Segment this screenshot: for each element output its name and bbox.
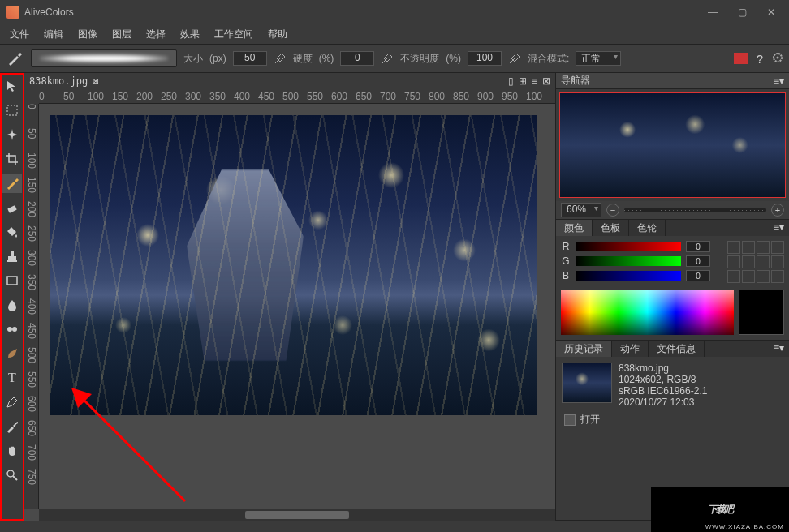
hardness-picker-icon[interactable] [381, 52, 394, 65]
fill-tool[interactable] [2, 222, 22, 242]
text-tool[interactable]: T [2, 368, 22, 388]
layout-icon-1[interactable]: ▯ [508, 75, 514, 87]
spectrum-picker[interactable] [561, 290, 734, 335]
minimize-button[interactable]: — [701, 4, 724, 20]
toolbar: T [0, 73, 24, 521]
menubar: 文件 编辑 图像 图层 选择 效果 工作空间 帮助 [0, 24, 789, 44]
zoom-dropdown[interactable]: 60% [561, 203, 601, 217]
eyedropper-tool[interactable] [2, 417, 22, 436]
brush-icon[interactable] [5, 49, 24, 68]
smudge-tool[interactable] [2, 344, 22, 363]
history-thumbnail [562, 363, 612, 403]
main-area: T 838kmo.jpg ⊠ ▯ ⊞ ≡ ⊠ 05010015020025030… [0, 73, 789, 521]
history-filename: 838kmo.jpg [619, 363, 707, 374]
svg-rect-2 [7, 105, 17, 115]
g-value[interactable]: 0 [686, 255, 710, 267]
tab-wheel[interactable]: 色轮 [629, 220, 666, 236]
b-value[interactable]: 0 [686, 270, 710, 281]
document-tabs: 838kmo.jpg ⊠ ▯ ⊞ ≡ ⊠ [24, 73, 555, 89]
menu-file[interactable]: 文件 [3, 26, 36, 43]
close-button[interactable]: ✕ [760, 4, 783, 20]
move-tool[interactable] [2, 76, 22, 96]
navigator-panel: 导航器 ≡▾ 60% − + [556, 73, 789, 220]
notification-icon[interactable] [734, 53, 748, 64]
tab-color[interactable]: 颜色 [556, 220, 593, 236]
menu-help[interactable]: 帮助 [261, 26, 294, 43]
b-label: B [561, 270, 571, 281]
layout-icon-4[interactable]: ⊠ [542, 75, 550, 87]
history-info: 838kmo.jpg 1024x602, RGB/8 sRGB IEC61966… [619, 363, 707, 408]
history-panel-menu-icon[interactable]: ≡▾ [769, 341, 789, 357]
color-panel: 颜色 色板 色轮 ≡▾ R0 G0 B0 [556, 220, 789, 341]
history-date: 2020/10/27 12:03 [619, 397, 707, 408]
pen-tool[interactable] [2, 393, 22, 412]
menu-select[interactable]: 选择 [140, 26, 172, 43]
canvas-workspace: 0501001502002503003504004505005506006507… [24, 89, 555, 521]
help-icon[interactable]: ? [757, 52, 763, 66]
g-slider[interactable] [576, 256, 681, 266]
stamp-tool[interactable] [2, 247, 22, 266]
blend-dropdown[interactable]: 正常 [576, 51, 621, 66]
zoom-tool[interactable] [2, 466, 22, 485]
zoom-out-button[interactable]: − [606, 204, 619, 217]
maximize-button[interactable]: ▢ [731, 4, 753, 20]
opacity-input[interactable]: 100 [468, 51, 502, 66]
b-slider[interactable] [576, 271, 681, 281]
tab-fileinfo[interactable]: 文件信息 [649, 341, 705, 357]
menu-effects[interactable]: 效果 [174, 26, 206, 43]
crop-tool[interactable] [2, 149, 22, 169]
canvas-viewport[interactable] [39, 104, 555, 509]
marquee-tool[interactable] [2, 101, 22, 120]
eraser-tool[interactable] [2, 198, 22, 217]
plugin-tool[interactable] [2, 320, 22, 339]
ruler-vertical: 0501001502002503003504004505005506006507… [24, 104, 39, 509]
brush-preview[interactable] [31, 49, 177, 67]
layout-icon-3[interactable]: ≡ [532, 75, 537, 87]
color-panel-menu-icon[interactable]: ≡▾ [769, 220, 789, 236]
app-icon [6, 6, 19, 19]
opacity-unit: (%) [446, 53, 461, 64]
shape-tool[interactable] [2, 271, 22, 290]
menu-workspace[interactable]: 工作空间 [208, 26, 260, 43]
history-step-open[interactable]: 打开 [559, 410, 786, 429]
panel-menu-icon[interactable]: ≡▾ [774, 75, 784, 87]
magic-wand-tool[interactable] [2, 125, 22, 144]
window-controls: — ▢ ✕ [701, 4, 783, 20]
hand-tool[interactable] [2, 441, 22, 461]
settings-icon[interactable] [771, 51, 784, 66]
svg-rect-4 [7, 277, 17, 285]
watermark-url: WWW.XIAZAIBA.COM [705, 523, 784, 530]
size-input[interactable]: 50 [233, 51, 267, 66]
blur-tool[interactable] [2, 295, 22, 315]
svg-rect-3 [7, 205, 17, 213]
menu-edit[interactable]: 编辑 [37, 26, 70, 43]
zoom-slider[interactable] [624, 208, 766, 212]
document-tab[interactable]: 838kmo.jpg ⊠ [29, 75, 98, 87]
horizontal-scrollbar[interactable] [39, 509, 555, 521]
history-step-label: 打开 [580, 413, 600, 427]
g-label: G [561, 255, 571, 267]
ruler-horizontal: 0501001502002503003504004505005506006507… [39, 89, 555, 104]
tab-swatches[interactable]: 色板 [593, 220, 629, 236]
history-snapshot[interactable]: 838kmo.jpg 1024x602, RGB/8 sRGB IEC61966… [559, 360, 786, 410]
r-value[interactable]: 0 [686, 241, 710, 252]
r-slider[interactable] [576, 242, 681, 251]
menu-layer[interactable]: 图层 [106, 26, 138, 43]
hardness-input[interactable]: 0 [340, 51, 374, 66]
brush-tool[interactable] [2, 174, 22, 193]
zoom-in-button[interactable]: + [771, 204, 784, 217]
current-color[interactable] [739, 290, 784, 335]
history-step-icon [564, 414, 576, 426]
size-unit: (px) [209, 53, 226, 64]
navigator-thumbnail[interactable] [559, 92, 786, 198]
swatches-grid[interactable] [727, 241, 784, 285]
close-tab-icon[interactable]: ⊠ [93, 75, 98, 87]
titlebar: AliveColors — ▢ ✕ [0, 0, 789, 24]
tab-history[interactable]: 历史记录 [556, 341, 612, 357]
size-picker-icon[interactable] [274, 52, 287, 65]
r-label: R [561, 241, 571, 252]
opacity-picker-icon[interactable] [508, 52, 521, 65]
layout-icon-2[interactable]: ⊞ [519, 75, 527, 87]
tab-actions[interactable]: 动作 [612, 341, 649, 357]
menu-image[interactable]: 图像 [71, 26, 104, 43]
